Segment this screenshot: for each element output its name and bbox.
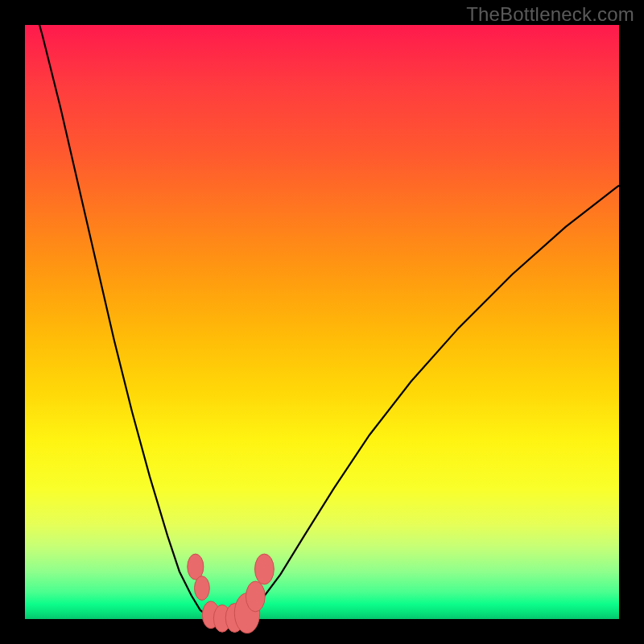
curve-layer: [25, 25, 619, 619]
min-marker: [195, 576, 210, 601]
chart-frame: TheBottleneck.com: [0, 0, 644, 644]
bottleneck-curve: [25, 0, 619, 619]
min-marker: [188, 554, 204, 580]
plot-area: [25, 25, 619, 619]
watermark-text: TheBottleneck.com: [466, 3, 634, 26]
min-markers: [188, 554, 275, 633]
min-marker: [254, 554, 274, 584]
min-marker: [246, 581, 265, 612]
